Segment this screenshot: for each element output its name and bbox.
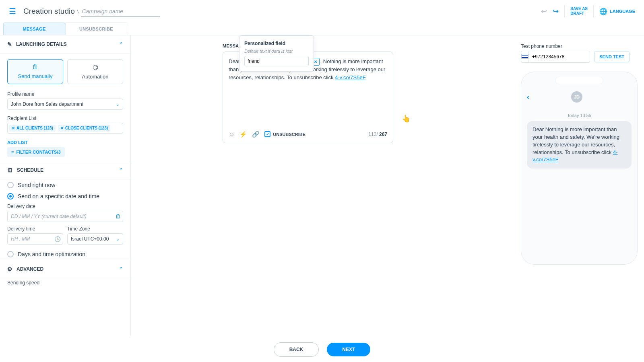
back-chevron-icon[interactable]: ‹ (527, 93, 529, 101)
footer: BACK NEXT (0, 337, 644, 362)
tab-unsubscribe[interactable]: UNSUBSCRIBE (65, 23, 127, 35)
time-zone-label: Time Zone (67, 226, 123, 232)
section-advanced-head[interactable]: ⚙ ADVANCED ⌃ (0, 260, 130, 278)
profile-name-label: Profile name (7, 91, 123, 97)
personalized-field-popover: Personalized field Default text if data … (239, 35, 314, 72)
globe-icon: 🌐 (599, 8, 607, 15)
top-bar: ☰ Creation studio \ ↩ ↪ SAVE AS DRAFT 🌐 … (0, 0, 644, 23)
cursor-icon: 👆 (402, 114, 411, 123)
tab-strip: MESSAGE UNSUBSCRIBE (0, 23, 644, 35)
delivery-date-label: Delivery date (7, 204, 123, 209)
recipient-list-label: Recipient List (7, 115, 123, 121)
avatar: JD (571, 91, 582, 103)
add-list-link[interactable]: ADD LIST (0, 138, 130, 147)
chevron-up-icon[interactable]: ⌃ (119, 41, 123, 47)
send-test-button[interactable]: SEND TEST (594, 51, 630, 62)
link-icon[interactable]: 🔗 (252, 130, 260, 139)
unsubscribe-link[interactable]: 4-v.co/7S5eF (335, 74, 365, 80)
phone-preview: ‹ JD Today 13:55 Dear Nothing is more im… (521, 72, 638, 265)
next-button[interactable]: NEXT (327, 343, 370, 356)
divider (564, 6, 565, 17)
test-phone-label: Test phone number (521, 43, 630, 49)
recipient-chip[interactable]: ✕CLOSE CLIENTS (123) (58, 125, 110, 132)
popover-title: Personalized field (244, 41, 309, 46)
sending-speed-label: Sending speed (7, 280, 123, 286)
redo-icon[interactable]: ↪ (553, 7, 559, 16)
close-icon[interactable]: ✕ (314, 59, 317, 65)
undo-icon[interactable]: ↩ (541, 7, 547, 16)
chevron-up-icon[interactable]: ⌃ (119, 167, 123, 173)
delivery-time-label: Delivery time (7, 226, 63, 232)
time-zone-select[interactable]: Israel UTC+00:00 ⌄ (67, 233, 123, 245)
divider (593, 6, 594, 17)
clock-icon[interactable]: 🕒 (54, 236, 61, 242)
chevron-up-icon[interactable]: ⌃ (119, 266, 123, 272)
phone-notch (555, 77, 603, 84)
char-count: 112/ 267 (368, 131, 387, 138)
sidebar: ✎ LAUNCHING DETAILS ⌃ 🗓 Send manually ⌬ … (0, 35, 131, 335)
edit-icon: ✎ (7, 41, 12, 47)
chevron-down-icon: ⌄ (116, 102, 120, 107)
sitemap-icon: ⌬ (69, 64, 121, 71)
popover-default-text-input[interactable] (244, 56, 309, 66)
checkbox-icon: ✓ (264, 131, 270, 137)
recipient-list-field[interactable]: ✕ALL CLIENTS (123) ✕CLOSE CLIENTS (123) (7, 123, 123, 134)
radio-days-optimization[interactable]: Days and time optimization (0, 249, 130, 260)
save-as-draft-button[interactable]: SAVE AS DRAFT (570, 6, 588, 16)
filter-contacts-button[interactable]: ≡ FILTER CONTACTS/3 (7, 147, 65, 157)
breadcrumb-separator: \ (77, 8, 79, 14)
recipient-chip[interactable]: ✕ALL CLIENTS (123) (9, 125, 56, 132)
popover-subtitle: Default text if data is lost (244, 49, 309, 53)
radio-icon (7, 193, 14, 200)
close-icon[interactable]: ✕ (12, 126, 15, 130)
calendar-icon: 🗓 (7, 167, 13, 173)
calendar-icon[interactable]: 🗓 (116, 214, 121, 220)
radio-icon (7, 182, 14, 188)
radio-send-now[interactable]: Send right now (0, 179, 130, 191)
radio-icon (7, 251, 14, 257)
campaign-name-input[interactable] (81, 6, 160, 16)
calendar-icon: 🗓 (9, 64, 61, 71)
center-pane: MESSAGE Dear ⚡FIRST NAME ⚡LAST NAM...✕. … (131, 35, 521, 335)
delivery-date-input[interactable] (7, 211, 123, 222)
chevron-down-icon: ⌄ (116, 237, 120, 242)
tab-message[interactable]: MESSAGE (3, 23, 65, 35)
preview-pane: Test phone number SEND TEST ‹ JD Today 1… (521, 35, 644, 335)
filter-icon: ≡ (11, 150, 14, 154)
profile-name-select[interactable]: John Dore from Sales department ⌄ (7, 99, 123, 110)
flag-icon[interactable] (521, 51, 529, 63)
unsubscribe-checkbox[interactable]: ✓ UNSUBSCRIBE (264, 131, 305, 138)
hamburger-icon[interactable]: ☰ (9, 6, 16, 16)
mode-send-manually[interactable]: 🗓 Send manually (7, 59, 63, 84)
mode-automation[interactable]: ⌬ Automation (67, 59, 123, 84)
section-schedule-head[interactable]: 🗓 SCHEDULE ⌃ (0, 161, 130, 179)
test-phone-input[interactable] (529, 54, 590, 60)
language-selector[interactable]: 🌐 LANGUAGE (599, 8, 635, 15)
gear-icon: ⚙ (7, 266, 12, 272)
bolt-icon[interactable]: ⚡ (239, 130, 247, 139)
section-launching-head[interactable]: ✎ LAUNCHING DETAILS ⌃ (0, 35, 130, 53)
test-phone-input-wrap (521, 51, 590, 63)
back-button[interactable]: BACK (274, 342, 319, 357)
emoji-icon[interactable]: ☺ (229, 130, 235, 139)
message-bubble: Dear Nothing is more important than your… (527, 121, 632, 169)
radio-send-specific[interactable]: Send on a specific date and time (0, 191, 130, 202)
preview-timestamp: Today 13:55 (527, 113, 632, 118)
app-title: Creation studio (23, 7, 75, 16)
close-icon[interactable]: ✕ (60, 126, 64, 130)
